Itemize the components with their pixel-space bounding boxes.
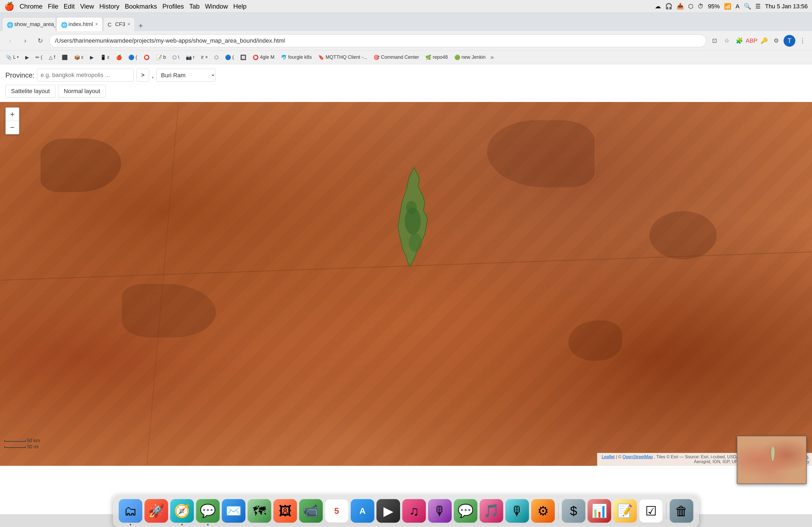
dock-reminders-icon[interactable]: ☑ — [639, 499, 663, 523]
new-tab-button[interactable]: + — [135, 20, 146, 31]
menubar-help[interactable]: Help — [233, 3, 246, 10]
bookmark-chrome2[interactable]: 🔵 ( — [222, 54, 236, 61]
bookmark-appstore-icon: 📱 — [100, 55, 106, 60]
bookmark-box[interactable]: 🔲 — [238, 54, 249, 61]
back-button[interactable]: ‹ — [4, 35, 16, 47]
menubar-bookmarks[interactable]: Bookmarks — [125, 3, 157, 10]
bookmark-repo48-icon: 🌿 — [425, 55, 431, 60]
bookmark-ir-x[interactable]: ir × — [199, 54, 211, 61]
zoom-in-button[interactable]: + — [6, 108, 19, 121]
bookmark-l[interactable]: 📎 L • — [3, 54, 21, 61]
profile-icon[interactable]: T — [784, 35, 795, 47]
zoom-out-button[interactable]: − — [6, 121, 19, 134]
settings-icon[interactable]: ⚙ — [771, 36, 781, 46]
dock-appletv-icon[interactable]: ▶ — [376, 499, 400, 523]
bookmark-4gle[interactable]: ⭕ 4gle M — [250, 54, 277, 61]
dock-activity-icon[interactable]: 📊 — [588, 499, 611, 523]
menubar-profiles[interactable]: Profiles — [162, 3, 184, 10]
dock-photos-icon[interactable]: 🖼 — [273, 499, 297, 523]
menubar-window[interactable]: Window — [205, 3, 228, 10]
menubar-edit[interactable]: Edit — [64, 3, 75, 10]
normal-layout-button[interactable]: Normal layout — [58, 85, 106, 98]
address-input[interactable] — [49, 34, 706, 47]
bookmark-command-center[interactable]: 🎯 Command Center — [371, 54, 422, 61]
dock-terminal-icon[interactable]: $ — [562, 499, 585, 523]
province-row: Province: > , Buri Ram Bangkok Chiang Ma… — [5, 69, 807, 81]
bookmark-k8s[interactable]: 🐬 fourgle k8s — [278, 54, 315, 61]
tab3-close-icon[interactable]: × — [127, 21, 130, 27]
dock-music-icon[interactable]: ♫ — [402, 499, 426, 523]
dock-notes-icon[interactable]: 📝 — [613, 499, 637, 523]
cast-icon[interactable]: ⊡ — [709, 36, 720, 46]
bookmark-gdrive[interactable]: △ f — [46, 54, 58, 61]
menubar-file[interactable]: File — [48, 3, 58, 10]
dock-xcode-icon[interactable]: ⚙ — [531, 499, 555, 523]
scale-km-label: 50 km — [27, 438, 40, 443]
province-search-input[interactable] — [37, 69, 134, 81]
bookmark-star-icon[interactable]: ☆ — [722, 36, 732, 46]
dock-finder-icon[interactable]: 🗂 — [119, 499, 142, 523]
bookmark-ext[interactable]: 🔵 ( — [126, 54, 140, 61]
bookmark-r[interactable]: 📷 r — [183, 54, 197, 61]
dock-safari-icon[interactable]: 🧭 — [170, 499, 194, 523]
bookmark-yt2[interactable]: ▶ — [87, 54, 97, 61]
bookmark-notion[interactable]: ⬛ — [59, 54, 70, 61]
bookmark-mqtt[interactable]: 🔖 MQTTHQ Client -... — [316, 54, 370, 61]
battery-label: 95% — [708, 3, 720, 10]
bookmark-r-icon: 📷 — [186, 55, 192, 60]
bookmark-github2[interactable]: ⬡ — [212, 54, 221, 61]
apple-logo-icon[interactable]: 🍎 — [4, 2, 14, 11]
bookmark-pkg-icon: 📦 — [74, 55, 80, 60]
browser-tab-3[interactable]: C CF3 × — [103, 17, 135, 31]
dock-podcast2-icon[interactable]: 🎙 — [505, 499, 529, 523]
dock-maps-icon[interactable]: 🗺 — [248, 499, 271, 523]
dock-music2-icon[interactable]: 🎵 — [480, 499, 503, 523]
bookmark-b[interactable]: 📝 b — [153, 54, 169, 61]
dock-calendar-icon[interactable]: 5 — [325, 499, 349, 523]
bookmark-edit[interactable]: ✏ ( — [33, 54, 45, 61]
adblock-icon[interactable]: ABP — [746, 36, 757, 46]
map-container[interactable]: + − 50 km 30 mi Leaflet | © OpenStr — [0, 102, 812, 466]
leaflet-link[interactable]: Leaflet — [602, 454, 615, 459]
bookmark-github[interactable]: ⬡ \ — [170, 54, 182, 61]
bookmark-apple[interactable]: 🍎 — [113, 54, 125, 61]
input-icon: A — [736, 3, 740, 10]
dock-podcasts-icon[interactable]: 🎙 — [428, 499, 452, 523]
dock-appstore-icon[interactable]: A — [351, 499, 374, 523]
scale-bar-km — [4, 440, 26, 442]
bookmark-youtube[interactable]: ▶ — [23, 54, 32, 61]
bookmark-circle[interactable]: ⭕ — [141, 54, 152, 61]
forward-button[interactable]: › — [19, 35, 31, 47]
bookmark-appstore[interactable]: 📱 ε — [98, 54, 112, 61]
bookmark-repo48[interactable]: 🌿 repo48 — [423, 54, 450, 61]
menubar-view[interactable]: View — [80, 3, 94, 10]
satellite-layout-button[interactable]: Sattelite layout — [5, 85, 55, 98]
browser-tab-1[interactable]: 🌐 show_map_area_bound × — [2, 17, 56, 31]
address-bar-icons: ⊡ ☆ 🧩 ABP 🔑 ⚙ T ⋮ — [709, 35, 808, 47]
bookmark-jenkin[interactable]: 🟢 new Jenkin — [452, 54, 489, 61]
search-icon[interactable]: 🔍 — [744, 3, 751, 10]
browser-tab-2[interactable]: 🌐 index.html × — [56, 17, 103, 31]
menubar-chrome[interactable]: Chrome — [19, 3, 42, 10]
notification-icon[interactable]: ☰ — [755, 3, 761, 10]
dock-messages-icon[interactable]: 💬 — [196, 499, 220, 523]
tab2-close-icon[interactable]: × — [95, 21, 98, 27]
dock-messages2-icon[interactable]: 💬 — [454, 499, 477, 523]
menubar-tab[interactable]: Tab — [189, 3, 200, 10]
osm-link[interactable]: OpenStreetMap — [622, 454, 653, 459]
dock-trash-icon[interactable]: 🗑 — [670, 499, 693, 523]
bookmark-pkg[interactable]: 📦 ε — [71, 54, 86, 61]
province-select[interactable]: Buri Ram Bangkok Chiang Mai Phuket — [156, 69, 215, 81]
dock-mail-icon[interactable]: ✉️ — [222, 499, 245, 523]
menubar-history[interactable]: History — [99, 3, 119, 10]
menu-icon[interactable]: ⋮ — [798, 36, 808, 46]
password-icon[interactable]: 🔑 — [759, 36, 769, 46]
tab2-favicon-icon: 🌐 — [61, 22, 66, 27]
dock-facetime-icon[interactable]: 📹 — [299, 499, 323, 523]
refresh-button[interactable]: ↻ — [34, 35, 46, 47]
bookmarks-more-icon[interactable]: » — [491, 54, 494, 61]
dock-launchpad-icon[interactable]: 🚀 — [144, 499, 168, 523]
extensions-icon[interactable]: 🧩 — [734, 36, 744, 46]
province-label: Province: — [5, 71, 34, 79]
province-search-button[interactable]: > — [136, 69, 149, 81]
